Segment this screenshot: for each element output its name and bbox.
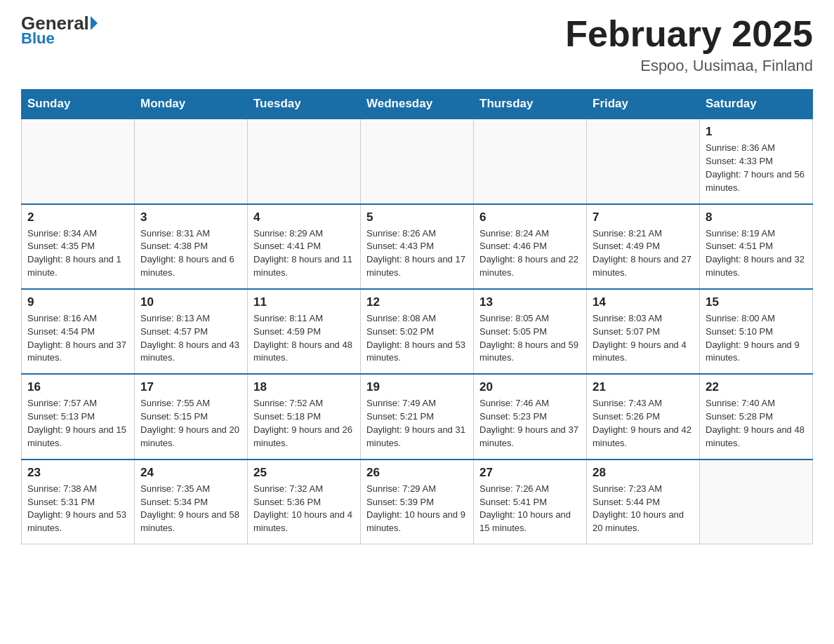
day-number: 11 (253, 295, 355, 309)
calendar-cell: 23Sunrise: 7:38 AM Sunset: 5:31 PM Dayli… (22, 459, 135, 544)
page-header: General Blue February 2025 Espoo, Uusima… (21, 14, 813, 75)
day-number: 18 (253, 380, 355, 394)
calendar-cell: 20Sunrise: 7:46 AM Sunset: 5:23 PM Dayli… (474, 374, 587, 459)
days-of-week-row: SundayMondayTuesdayWednesdayThursdayFrid… (22, 90, 813, 119)
day-of-week-header: Wednesday (361, 90, 474, 119)
calendar-cell: 24Sunrise: 7:35 AM Sunset: 5:34 PM Dayli… (135, 459, 248, 544)
calendar-cell: 4Sunrise: 8:29 AM Sunset: 4:41 PM Daylig… (248, 204, 361, 289)
calendar-cell: 8Sunrise: 8:19 AM Sunset: 4:51 PM Daylig… (700, 204, 813, 289)
day-info: Sunrise: 7:35 AM Sunset: 5:34 PM Dayligh… (140, 483, 241, 535)
calendar-title: February 2025 (565, 14, 813, 54)
calendar-cell: 13Sunrise: 8:05 AM Sunset: 5:05 PM Dayli… (474, 289, 587, 374)
day-info: Sunrise: 7:43 AM Sunset: 5:26 PM Dayligh… (593, 397, 694, 450)
calendar-cell: 6Sunrise: 8:24 AM Sunset: 4:46 PM Daylig… (474, 204, 587, 289)
day-number: 24 (140, 466, 241, 480)
day-of-week-header: Saturday (700, 90, 813, 119)
day-of-week-header: Monday (135, 90, 248, 119)
week-row: 23Sunrise: 7:38 AM Sunset: 5:31 PM Dayli… (22, 459, 813, 544)
day-info: Sunrise: 8:36 AM Sunset: 4:33 PM Dayligh… (706, 142, 807, 194)
calendar-cell: 27Sunrise: 7:26 AM Sunset: 5:41 PM Dayli… (474, 459, 587, 544)
calendar-cell (474, 119, 587, 203)
day-number: 1 (706, 125, 807, 139)
calendar-cell (700, 459, 813, 544)
day-number: 2 (27, 210, 128, 224)
calendar-cell: 18Sunrise: 7:52 AM Sunset: 5:18 PM Dayli… (248, 374, 361, 459)
day-of-week-header: Thursday (474, 90, 587, 119)
day-info: Sunrise: 8:05 AM Sunset: 5:05 PM Dayligh… (479, 312, 581, 365)
calendar-cell: 12Sunrise: 8:08 AM Sunset: 5:02 PM Dayli… (361, 289, 474, 374)
calendar-subtitle: Espoo, Uusimaa, Finland (565, 57, 813, 75)
calendar-cell: 7Sunrise: 8:21 AM Sunset: 4:49 PM Daylig… (587, 204, 700, 289)
day-info: Sunrise: 8:24 AM Sunset: 4:46 PM Dayligh… (479, 227, 581, 280)
calendar-cell: 14Sunrise: 8:03 AM Sunset: 5:07 PM Dayli… (587, 289, 700, 374)
calendar-cell: 28Sunrise: 7:23 AM Sunset: 5:44 PM Dayli… (587, 459, 700, 544)
calendar-cell: 15Sunrise: 8:00 AM Sunset: 5:10 PM Dayli… (700, 289, 813, 374)
calendar-cell (22, 119, 135, 203)
calendar-cell (248, 119, 361, 203)
day-info: Sunrise: 7:38 AM Sunset: 5:31 PM Dayligh… (27, 483, 128, 535)
day-info: Sunrise: 7:57 AM Sunset: 5:13 PM Dayligh… (27, 397, 128, 450)
calendar-cell: 1Sunrise: 8:36 AM Sunset: 4:33 PM Daylig… (700, 119, 813, 203)
logo-arrow-icon (91, 16, 98, 30)
day-number: 7 (593, 210, 694, 224)
day-number: 9 (27, 295, 128, 309)
day-number: 22 (706, 380, 807, 394)
day-info: Sunrise: 8:31 AM Sunset: 4:38 PM Dayligh… (140, 227, 241, 280)
day-info: Sunrise: 8:26 AM Sunset: 4:43 PM Dayligh… (366, 227, 468, 280)
day-info: Sunrise: 8:11 AM Sunset: 4:59 PM Dayligh… (253, 312, 355, 365)
day-number: 26 (366, 466, 468, 480)
day-info: Sunrise: 7:29 AM Sunset: 5:39 PM Dayligh… (366, 483, 468, 535)
day-info: Sunrise: 7:46 AM Sunset: 5:23 PM Dayligh… (479, 397, 581, 450)
day-info: Sunrise: 8:00 AM Sunset: 5:10 PM Dayligh… (706, 312, 807, 365)
day-number: 17 (140, 380, 241, 394)
day-info: Sunrise: 7:40 AM Sunset: 5:28 PM Dayligh… (706, 397, 807, 450)
day-info: Sunrise: 7:23 AM Sunset: 5:44 PM Dayligh… (593, 483, 694, 535)
day-number: 19 (366, 380, 468, 394)
day-info: Sunrise: 8:13 AM Sunset: 4:57 PM Dayligh… (140, 312, 241, 365)
calendar-cell: 17Sunrise: 7:55 AM Sunset: 5:15 PM Dayli… (135, 374, 248, 459)
calendar-cell: 16Sunrise: 7:57 AM Sunset: 5:13 PM Dayli… (22, 374, 135, 459)
calendar-cell: 26Sunrise: 7:29 AM Sunset: 5:39 PM Dayli… (361, 459, 474, 544)
calendar-cell (361, 119, 474, 203)
day-number: 8 (706, 210, 807, 224)
day-info: Sunrise: 8:03 AM Sunset: 5:07 PM Dayligh… (593, 312, 694, 365)
week-row: 1Sunrise: 8:36 AM Sunset: 4:33 PM Daylig… (22, 119, 813, 203)
calendar-cell: 3Sunrise: 8:31 AM Sunset: 4:38 PM Daylig… (135, 204, 248, 289)
day-number: 12 (366, 295, 468, 309)
day-number: 23 (27, 466, 128, 480)
title-block: February 2025 Espoo, Uusimaa, Finland (565, 14, 813, 75)
calendar-cell: 21Sunrise: 7:43 AM Sunset: 5:26 PM Dayli… (587, 374, 700, 459)
day-info: Sunrise: 7:52 AM Sunset: 5:18 PM Dayligh… (253, 397, 355, 450)
day-number: 15 (706, 295, 807, 309)
day-number: 16 (27, 380, 128, 394)
week-row: 2Sunrise: 8:34 AM Sunset: 4:35 PM Daylig… (22, 204, 813, 289)
calendar-cell: 9Sunrise: 8:16 AM Sunset: 4:54 PM Daylig… (22, 289, 135, 374)
calendar-cell: 11Sunrise: 8:11 AM Sunset: 4:59 PM Dayli… (248, 289, 361, 374)
calendar-cell: 25Sunrise: 7:32 AM Sunset: 5:36 PM Dayli… (248, 459, 361, 544)
day-number: 25 (253, 466, 355, 480)
calendar-cell (135, 119, 248, 203)
calendar-cell: 10Sunrise: 8:13 AM Sunset: 4:57 PM Dayli… (135, 289, 248, 374)
day-number: 21 (593, 380, 694, 394)
day-number: 28 (593, 466, 694, 480)
day-number: 13 (479, 295, 581, 309)
calendar-cell: 5Sunrise: 8:26 AM Sunset: 4:43 PM Daylig… (361, 204, 474, 289)
day-info: Sunrise: 8:16 AM Sunset: 4:54 PM Dayligh… (27, 312, 128, 365)
day-number: 10 (140, 295, 241, 309)
logo: General Blue (21, 14, 98, 48)
day-info: Sunrise: 8:08 AM Sunset: 5:02 PM Dayligh… (366, 312, 468, 365)
calendar-cell: 2Sunrise: 8:34 AM Sunset: 4:35 PM Daylig… (22, 204, 135, 289)
day-number: 3 (140, 210, 241, 224)
day-of-week-header: Tuesday (248, 90, 361, 119)
day-of-week-header: Friday (587, 90, 700, 119)
calendar-cell: 19Sunrise: 7:49 AM Sunset: 5:21 PM Dayli… (361, 374, 474, 459)
day-info: Sunrise: 7:49 AM Sunset: 5:21 PM Dayligh… (366, 397, 468, 450)
calendar-cell: 22Sunrise: 7:40 AM Sunset: 5:28 PM Dayli… (700, 374, 813, 459)
day-number: 6 (479, 210, 581, 224)
day-number: 14 (593, 295, 694, 309)
calendar-table: SundayMondayTuesdayWednesdayThursdayFrid… (21, 89, 813, 544)
day-info: Sunrise: 7:26 AM Sunset: 5:41 PM Dayligh… (479, 483, 581, 535)
day-number: 20 (479, 380, 581, 394)
day-number: 5 (366, 210, 468, 224)
day-info: Sunrise: 8:21 AM Sunset: 4:49 PM Dayligh… (593, 227, 694, 280)
